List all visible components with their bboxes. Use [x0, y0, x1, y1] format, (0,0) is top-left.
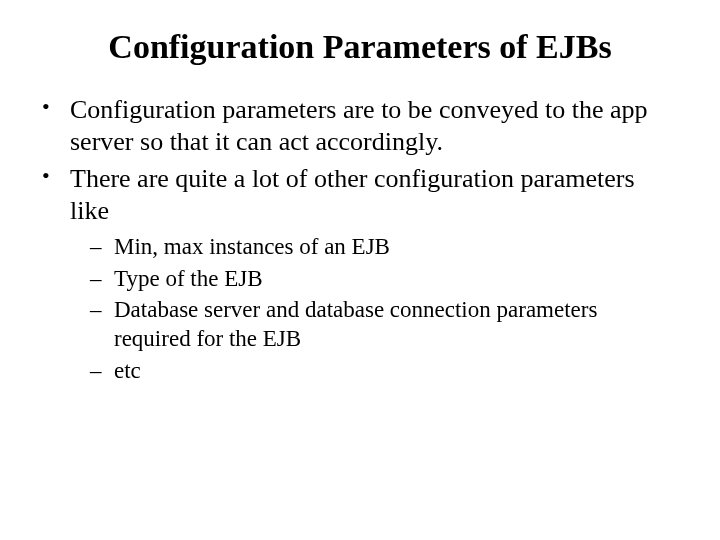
bullet-list: Configuration parameters are to be conve… [40, 94, 680, 386]
list-item-text: Configuration parameters are to be conve… [70, 95, 648, 156]
list-item-text: There are quite a lot of other configura… [70, 164, 635, 225]
list-item: Type of the EJB [70, 265, 670, 294]
list-item-text: etc [114, 358, 141, 383]
list-item: Min, max instances of an EJB [70, 233, 670, 262]
slide: Configuration Parameters of EJBs Configu… [0, 0, 720, 540]
list-item-text: Min, max instances of an EJB [114, 234, 390, 259]
list-item: Database server and database connection … [70, 296, 670, 354]
list-item: etc [70, 357, 670, 386]
list-item-text: Type of the EJB [114, 266, 263, 291]
list-item: Configuration parameters are to be conve… [40, 94, 670, 157]
slide-title: Configuration Parameters of EJBs [40, 28, 680, 66]
list-item: There are quite a lot of other configura… [40, 163, 670, 385]
sub-bullet-list: Min, max instances of an EJB Type of the… [70, 233, 670, 386]
list-item-text: Database server and database connection … [114, 297, 597, 351]
